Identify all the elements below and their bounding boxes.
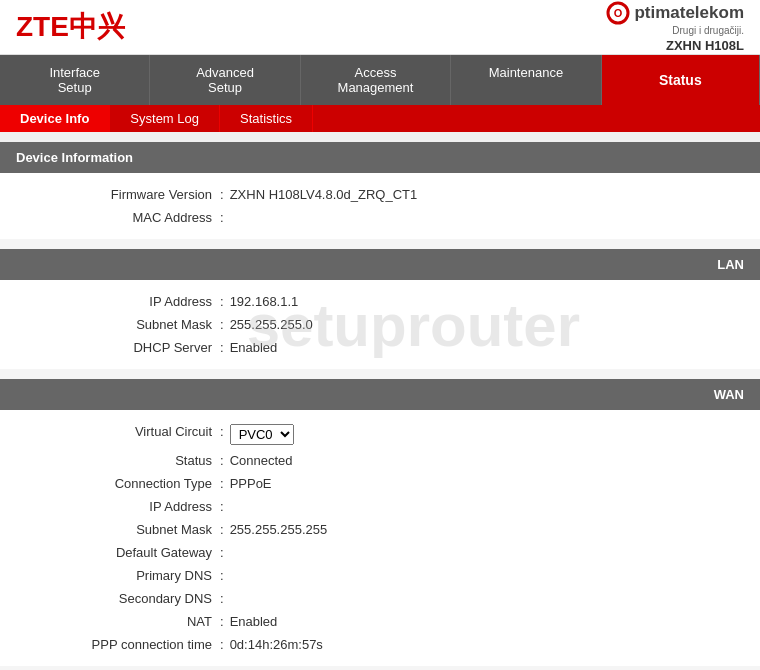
wan-primary-dns-row: Primary DNS : xyxy=(0,564,760,587)
lan-ip-value: 192.168.1.1 xyxy=(230,294,299,309)
optima-text: ptimatelekom xyxy=(634,3,744,23)
wan-nat-label: NAT xyxy=(20,614,220,629)
lan-table: setuprouter IP Address : 192.168.1.1 Sub… xyxy=(0,280,760,369)
firmware-label: Firmware Version xyxy=(20,187,220,202)
device-name: ZXHN H108L xyxy=(666,38,744,53)
wan-secondary-dns-row: Secondary DNS : xyxy=(0,587,760,610)
nav-access-management[interactable]: AccessManagement xyxy=(301,55,451,105)
wan-gateway-label: Default Gateway xyxy=(20,545,220,560)
wan-ip-row: IP Address : xyxy=(0,495,760,518)
wan-vc-select-wrapper: PVC0 PVC1 PVC2 xyxy=(230,424,294,445)
wan-type-label: Connection Type xyxy=(20,476,220,491)
wan-vc-select[interactable]: PVC0 PVC1 PVC2 xyxy=(230,424,294,445)
lan-subnet-row: Subnet Mask : 255.255.255.0 xyxy=(0,313,760,336)
wan-type-row: Connection Type : PPPoE xyxy=(0,472,760,495)
sub-nav-statistics[interactable]: Statistics xyxy=(220,105,313,132)
nav-status[interactable]: Status xyxy=(602,55,760,105)
wan-ppp-label: PPP connection time xyxy=(20,637,220,652)
wan-ppp-row: PPP connection time : 0d:14h:26m:57s xyxy=(0,633,760,656)
wan-subnet-label: Subnet Mask xyxy=(20,522,220,537)
wan-ip-label: IP Address xyxy=(20,499,220,514)
wan-status-value: Connected xyxy=(230,453,293,468)
header-right: O ptimatelekom Drugi i drugačiji. ZXHN H… xyxy=(606,1,744,53)
optima-slogan: Drugi i drugačiji. xyxy=(672,25,744,36)
wan-subnet-value: 255.255.255.255 xyxy=(230,522,328,537)
svg-text:O: O xyxy=(614,7,623,19)
nav-advanced-setup[interactable]: AdvancedSetup xyxy=(150,55,300,105)
main-content: Device Information Firmware Version : ZX… xyxy=(0,142,760,670)
sub-nav-system-log[interactable]: System Log xyxy=(110,105,220,132)
nav-maintenance[interactable]: Maintenance xyxy=(451,55,601,105)
nav-interface-setup[interactable]: InterfaceSetup xyxy=(0,55,150,105)
wan-nat-value: Enabled xyxy=(230,614,278,629)
mac-row: MAC Address : xyxy=(0,206,760,229)
lan-subnet-value: 255.255.255.0 xyxy=(230,317,313,332)
wan-vc-row: Virtual Circuit : PVC0 PVC1 PVC2 xyxy=(0,420,760,449)
zte-logo: ZTE中兴 xyxy=(16,8,125,46)
wan-secondary-dns-label: Secondary DNS xyxy=(20,591,220,606)
wan-status-row: Status : Connected xyxy=(0,449,760,472)
lan-dhcp-value: Enabled xyxy=(230,340,278,355)
lan-dhcp-row: DHCP Server : Enabled xyxy=(0,336,760,359)
sub-nav: Device Info System Log Statistics xyxy=(0,105,760,132)
optima-circle-icon: O xyxy=(606,1,630,25)
firmware-value: ZXHN H108LV4.8.0d_ZRQ_CT1 xyxy=(230,187,418,202)
device-info-table: Firmware Version : ZXHN H108LV4.8.0d_ZRQ… xyxy=(0,173,760,239)
lan-subnet-label: Subnet Mask xyxy=(20,317,220,332)
wan-status-label: Status xyxy=(20,453,220,468)
wan-section-header: WAN xyxy=(0,379,760,410)
optima-logo: O ptimatelekom xyxy=(606,1,744,25)
main-nav: InterfaceSetup AdvancedSetup AccessManag… xyxy=(0,55,760,105)
lan-dhcp-label: DHCP Server xyxy=(20,340,220,355)
firmware-row: Firmware Version : ZXHN H108LV4.8.0d_ZRQ… xyxy=(0,183,760,206)
wan-subnet-row: Subnet Mask : 255.255.255.255 xyxy=(0,518,760,541)
wan-table: Virtual Circuit : PVC0 PVC1 PVC2 Status … xyxy=(0,410,760,666)
wan-ppp-value: 0d:14h:26m:57s xyxy=(230,637,323,652)
lan-ip-label: IP Address xyxy=(20,294,220,309)
lan-section-header: LAN xyxy=(0,249,760,280)
wan-vc-label: Virtual Circuit xyxy=(20,424,220,445)
device-info-section-header: Device Information xyxy=(0,142,760,173)
wan-nat-row: NAT : Enabled xyxy=(0,610,760,633)
sub-nav-device-info[interactable]: Device Info xyxy=(0,105,110,132)
wan-type-value: PPPoE xyxy=(230,476,272,491)
header: ZTE中兴 O ptimatelekom Drugi i drugačiji. … xyxy=(0,0,760,55)
wan-primary-dns-label: Primary DNS xyxy=(20,568,220,583)
mac-label: MAC Address xyxy=(20,210,220,225)
lan-ip-row: IP Address : 192.168.1.1 xyxy=(0,290,760,313)
wan-gateway-row: Default Gateway : xyxy=(0,541,760,564)
